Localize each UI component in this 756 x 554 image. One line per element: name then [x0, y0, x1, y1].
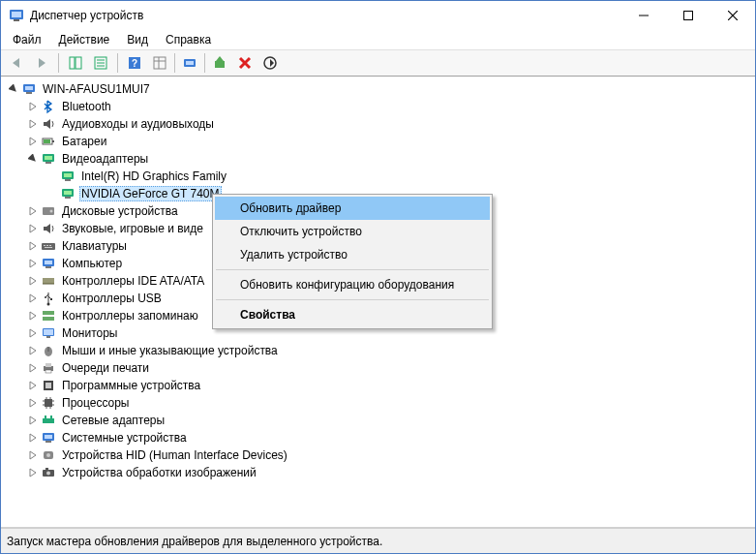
svg-text:?: ?: [132, 58, 137, 69]
maximize-button[interactable]: [666, 1, 711, 30]
context-menu: Обновить драйвер Отключить устройство Уд…: [212, 194, 493, 329]
tree-node-mice[interactable]: Мыши и иные указывающие устройства: [26, 342, 755, 359]
svg-marker-78: [30, 347, 36, 354]
tree-label: Контроллеры USB: [60, 292, 164, 305]
details-button[interactable]: [148, 51, 171, 75]
tree-node-imaging[interactable]: Устройства обработки изображений: [26, 464, 755, 481]
expand-icon[interactable]: [26, 448, 40, 462]
back-button[interactable]: [5, 51, 28, 75]
display-adapter-icon: [60, 169, 76, 184]
minimize-button[interactable]: [621, 1, 666, 30]
svg-point-111: [46, 472, 50, 476]
tree-label: Батареи: [60, 135, 108, 148]
tree-label: Сетевые адаптеры: [60, 414, 166, 427]
svg-rect-37: [52, 140, 54, 142]
svg-rect-47: [64, 191, 72, 195]
svg-marker-32: [30, 103, 36, 110]
tree-node-hid[interactable]: Устройства HID (Human Interface Devices): [26, 446, 755, 464]
svg-rect-22: [215, 61, 225, 68]
svg-marker-7: [13, 58, 19, 68]
expand-icon[interactable]: [26, 344, 40, 357]
expand-icon[interactable]: [26, 222, 40, 235]
svg-rect-38: [44, 139, 50, 143]
tree-node-network[interactable]: Сетевые адаптеры: [26, 412, 755, 429]
scan-hardware-button[interactable]: [178, 51, 201, 75]
expand-icon[interactable]: [26, 309, 40, 323]
titlebar: Диспетчер устройств: [1, 1, 755, 30]
tree-node-intel-gpu[interactable]: Intel(R) HD Graphics Family: [45, 168, 755, 185]
show-hide-tree-button[interactable]: [64, 51, 87, 75]
tree-label: Звуковые, игровые и виде: [60, 222, 205, 235]
expand-icon[interactable]: [26, 274, 40, 288]
menu-file[interactable]: Файл: [5, 31, 49, 48]
svg-rect-42: [45, 162, 51, 164]
svg-rect-84: [45, 370, 51, 373]
expand-icon[interactable]: [26, 466, 40, 479]
forward-button[interactable]: [30, 51, 53, 75]
tree-node-software[interactable]: Программные устройства: [26, 377, 755, 394]
ctx-separator: [216, 269, 489, 270]
tree-node-display-adapters[interactable]: Видеоадаптеры: [26, 150, 755, 168]
close-button[interactable]: [711, 1, 755, 30]
expand-icon[interactable]: [26, 135, 40, 148]
device-tree-pane[interactable]: WIN-AFAUSU1MUI7 Bluetooth Аудиовходы и а…: [1, 77, 755, 528]
svg-marker-23: [216, 56, 224, 61]
expand-icon[interactable]: [26, 396, 40, 410]
tree-node-audio[interactable]: Аудиовходы и аудиовыходы: [26, 115, 755, 133]
tree-node-bluetooth[interactable]: Bluetooth: [26, 98, 755, 115]
tree-label: Устройства HID (Human Interface Devices): [60, 448, 289, 462]
expand-icon[interactable]: [26, 117, 40, 131]
audio-icon: [41, 116, 56, 132]
expand-icon[interactable]: [26, 292, 40, 305]
svg-marker-54: [30, 242, 36, 250]
tree-label: Bluetooth: [60, 100, 113, 113]
expand-icon[interactable]: [26, 414, 40, 427]
expand-icon[interactable]: [26, 326, 40, 340]
help-button[interactable]: ?: [123, 51, 146, 75]
expand-icon[interactable]: [26, 204, 40, 218]
svg-marker-67: [30, 294, 36, 302]
tree-label: Мыши и иные указывающие устройства: [60, 344, 280, 357]
svg-point-69: [45, 296, 46, 298]
ctx-disable-device[interactable]: Отключить устройство: [215, 220, 490, 243]
svg-rect-72: [43, 311, 54, 315]
disable-button[interactable]: [258, 51, 282, 75]
menu-view[interactable]: Вид: [119, 31, 156, 48]
svg-rect-4: [684, 12, 693, 20]
ctx-uninstall-device[interactable]: Удалить устройство: [215, 243, 490, 266]
svg-marker-33: [30, 120, 36, 128]
display-adapter-icon: [41, 151, 56, 167]
tree-label: Программные устройства: [60, 379, 202, 392]
ctx-scan-hardware[interactable]: Обновить конфигурацию оборудования: [215, 273, 490, 296]
imaging-icon: [41, 465, 56, 480]
tree-node-batteries[interactable]: Батареи: [26, 133, 755, 150]
menu-action[interactable]: Действие: [51, 31, 118, 48]
svg-rect-89: [45, 399, 52, 407]
svg-rect-101: [50, 416, 52, 418]
expand-icon[interactable]: [26, 239, 40, 253]
tree-root[interactable]: WIN-AFAUSU1MUI7: [7, 80, 755, 98]
expand-icon[interactable]: [7, 82, 20, 96]
tree-node-system[interactable]: Системные устройства: [26, 429, 755, 446]
properties-button[interactable]: [89, 51, 112, 75]
expand-icon[interactable]: [26, 431, 40, 445]
tree-node-processors[interactable]: Процессоры: [26, 394, 755, 412]
tree-label: Очереди печати: [60, 361, 151, 375]
ctx-update-driver[interactable]: Обновить драйвер: [215, 197, 490, 220]
monitor-icon: [41, 325, 56, 341]
menu-help[interactable]: Справка: [158, 31, 219, 48]
ctx-properties[interactable]: Свойства: [215, 303, 490, 326]
svg-rect-77: [46, 336, 50, 338]
expand-icon[interactable]: [26, 100, 40, 113]
svg-marker-74: [30, 329, 36, 337]
expand-icon[interactable]: [26, 257, 40, 270]
update-driver-button[interactable]: [208, 51, 231, 75]
collapse-icon[interactable]: [26, 152, 40, 166]
computer-icon: [21, 81, 37, 97]
svg-marker-71: [30, 312, 36, 320]
svg-rect-105: [45, 441, 51, 443]
expand-icon[interactable]: [26, 361, 40, 375]
tree-node-print-queues[interactable]: Очереди печати: [26, 359, 755, 377]
uninstall-button[interactable]: [233, 51, 257, 75]
expand-icon[interactable]: [26, 379, 40, 392]
